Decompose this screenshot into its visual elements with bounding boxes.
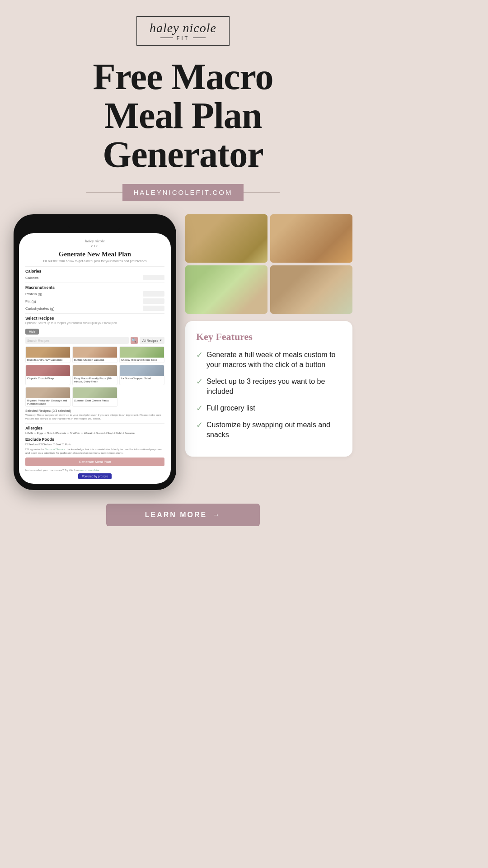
phone-inner: haley nicole FIT Generate New Meal Plan … (19, 233, 171, 484)
fat-label: Fat (g) (25, 299, 143, 303)
recipe-name-4: Chipotle Crunch Wrap (26, 376, 70, 381)
recipe-img-7 (26, 387, 70, 398)
phone-notch (68, 221, 122, 231)
url-section: HALEYNICOLEFIT.COM (0, 179, 366, 210)
divider-4 (25, 423, 164, 424)
protein-label: Protein (g) (25, 292, 143, 296)
photo-salad (185, 265, 267, 314)
feature-item-1: ✓ Generate a full week of meals custom t… (196, 350, 342, 370)
recipe-img-2 (73, 347, 117, 358)
feature-text-4: Customize by swapping out meals and snac… (206, 420, 342, 440)
check-icon-3: ✓ (196, 403, 203, 414)
recipe-card-6[interactable]: La Scala Chopped Salad (119, 365, 164, 385)
check-icon-1: ✓ (196, 350, 203, 360)
protein-input[interactable] (143, 291, 164, 297)
recipe-card-3[interactable]: Cheesy Rice and Beans Bake (119, 346, 164, 363)
recipe-img-4 (26, 365, 70, 376)
logo-script: haley nicole (150, 21, 216, 35)
photo-lasagna (270, 214, 352, 263)
url-line-right (244, 192, 280, 193)
phone-screen-subtitle: Fill out the form below to get a meal pl… (25, 259, 164, 263)
recipe-name-7: Rigatoni Pasta with Sausage and Pumpkin … (26, 398, 70, 406)
feature-text-3: Full grocery list (206, 403, 255, 413)
carbs-input[interactable] (143, 306, 164, 311)
recipe-warning: Warning: These recipes will show up in y… (25, 414, 164, 421)
learn-more-label: LEARN MORE (145, 511, 207, 519)
macros-section-label: Macronutrients (25, 285, 164, 290)
exclude-label: Exclude Foods (25, 437, 164, 442)
recipe-img-6 (120, 365, 164, 376)
feature-text-1: Generate a full week of meals custom to … (206, 350, 342, 370)
divider-3 (25, 313, 164, 314)
features-title: Key Features (196, 331, 342, 343)
divider-1 (25, 266, 164, 267)
search-row: Search Recipes 🔍 All Recipes ▾ (25, 337, 164, 344)
features-card: Key Features ✓ Generate a full week of m… (185, 321, 352, 457)
recipes-grid: Biscuits and Gravy Casserole Buffalo Chi… (25, 346, 164, 407)
recipe-card-8[interactable]: Summer Goat Cheese Pasta (72, 387, 117, 407)
recipe-name-6: La Scala Chopped Salad (120, 376, 164, 381)
fat-input[interactable] (143, 298, 164, 304)
selected-recipes-row: Selected Recipes: (0/3 selected) (25, 409, 164, 412)
recipes-dropdown[interactable]: All Recipes ▾ (140, 337, 164, 344)
learn-more-button[interactable]: LEARN MORE → (106, 504, 260, 526)
calories-field-label: Calories (25, 276, 143, 280)
powered-by-badge: Powered by prospre (78, 473, 112, 479)
recipe-img-3 (120, 347, 164, 358)
recipe-card-7[interactable]: Rigatoni Pasta with Sausage and Pumpkin … (25, 387, 70, 407)
allergies-label: Allergies (25, 426, 164, 430)
right-column: Key Features ✓ Generate a full week of m… (185, 214, 352, 457)
recipes-sub: Optional: Select up to 3 recipes you wan… (25, 321, 164, 325)
generate-meal-plan-button[interactable]: Generate Meal Plan (25, 458, 164, 466)
check-icon-2: ✓ (196, 377, 203, 387)
recipe-name-1: Biscuits and Gravy Casserole (26, 358, 70, 363)
recipes-section-label: Select Recipes (25, 316, 164, 321)
photo-chickpeas (185, 214, 267, 263)
phone-screen: haley nicole FIT Generate New Meal Plan … (19, 233, 171, 484)
phone-mockup: haley nicole FIT Generate New Meal Plan … (14, 214, 176, 490)
headline: Free Macro Meal Plan Generator (18, 57, 348, 174)
search-input[interactable]: Search Recipes (25, 337, 129, 344)
check-icon-4: ✓ (196, 420, 203, 430)
search-icon[interactable]: 🔍 (131, 337, 138, 344)
fat-field-row: Fat (g) (25, 298, 164, 304)
recipe-card-2[interactable]: Buffalo Chicken Lasagna (72, 346, 117, 363)
logo-fit: FIT (150, 35, 216, 41)
recipe-img-5 (73, 365, 117, 376)
carbs-label: Carbohydrates (g) (25, 307, 143, 311)
recipe-card-5[interactable]: Easy Macro Friendly Pizza (10-minute, Da… (72, 365, 117, 385)
photo-meatballs (270, 265, 352, 314)
learn-more-section: LEARN MORE → (0, 499, 366, 540)
tos-text[interactable]: ☐ I agree to the Terms of Service. I ack… (25, 448, 164, 455)
recipe-name-8: Summer Goat Cheese Pasta (73, 398, 117, 403)
feature-text-2: Select up to 3 recipes you want to be in… (206, 377, 342, 397)
phone-screen-title: Generate New Meal Plan (25, 250, 164, 258)
recipe-card-4[interactable]: Chipotle Crunch Wrap (25, 365, 70, 385)
logo-section: haley nicole FIT (0, 0, 366, 50)
allergies-checkboxes[interactable]: ☐ Milk ☐ Eggs ☐ Nuts ☐ Peanuts ☐ Shellfi… (25, 431, 164, 435)
recipe-img-1 (26, 347, 70, 358)
recipe-name-2: Buffalo Chicken Lasagna (73, 358, 117, 363)
exclude-checkboxes[interactable]: ☐ Seafood ☐ Chicken ☐ Beef ☐ Pork (25, 443, 164, 446)
recipe-img-8 (73, 387, 117, 398)
learn-more-arrow-icon: → (212, 511, 221, 519)
phone-logo-row: haley nicole FIT (25, 239, 164, 248)
calories-input[interactable] (143, 275, 164, 280)
main-content: haley nicole FIT Generate New Meal Plan … (0, 210, 366, 499)
calories-section-label: Calories (25, 269, 164, 274)
recipe-name-3: Cheesy Rice and Beans Bake (120, 358, 164, 363)
headline-section: Free Macro Meal Plan Generator (0, 50, 366, 179)
recipe-card-1[interactable]: Biscuits and Gravy Casserole (25, 346, 70, 363)
feature-item-4: ✓ Customize by swapping out meals and sn… (196, 420, 342, 440)
carbs-field-row: Carbohydrates (g) (25, 306, 164, 311)
hide-button[interactable]: Hide (25, 329, 39, 335)
logo-box: haley nicole FIT (136, 16, 230, 46)
url-line-left (86, 192, 122, 193)
feature-item-2: ✓ Select up to 3 recipes you want to be … (196, 377, 342, 397)
url-badge[interactable]: HALEYNICOLEFIT.COM (122, 184, 243, 201)
phone-footer-text: Not sure what your macros are? Try this … (25, 469, 164, 472)
feature-item-3: ✓ Full grocery list (196, 403, 342, 414)
divider-2 (25, 283, 164, 283)
photo-grid (185, 214, 352, 314)
recipe-name-5: Easy Macro Friendly Pizza (10-minute, Da… (73, 376, 117, 384)
